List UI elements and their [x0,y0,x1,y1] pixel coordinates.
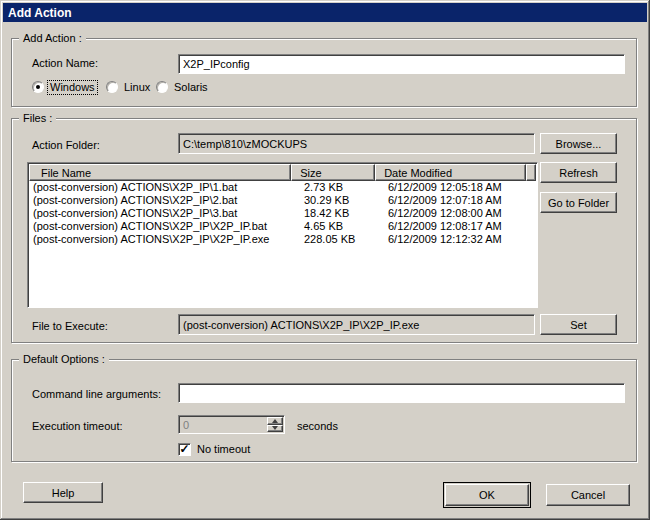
action-name-label: Action Name: [32,57,98,69]
cell-modified: 6/12/2009 12:08:00 AM [380,207,533,220]
radio-solaris[interactable]: Solaris [156,80,210,94]
radio-unselected-icon [106,81,118,93]
cell-size: 4.65 KB [295,220,380,233]
cell-modified: 6/12/2009 12:07:18 AM [380,194,533,207]
default-options-group-legend: Default Options : [19,353,109,365]
column-header-file-name[interactable]: File Name [29,164,291,181]
column-header-filler [526,164,536,181]
action-name-input[interactable]: X2P_IPconfig [178,54,625,74]
cell-size: 18.42 KB [295,207,380,220]
checkbox-checked-icon: ✓ [178,443,191,456]
up-arrow-icon [272,419,278,423]
cell-modified: 6/12/2009 12:08:17 AM [380,220,533,233]
add-action-dialog: Add Action Add Action : Action Name: X2P… [0,0,650,520]
set-button[interactable]: Set [540,314,617,335]
file-list[interactable]: File Name Size Date Modified (post-conve… [27,162,538,308]
file-to-execute-field: (post-conversion) ACTIONS\X2P_IP\X2P_IP.… [178,314,535,335]
no-timeout-checkbox[interactable]: ✓ No timeout [178,443,250,456]
cell-modified: 6/12/2009 12:05:18 AM [380,181,533,194]
cell-name: (post-conversion) ACTIONS\X2P_IP\2.bat [29,194,295,207]
cell-size: 228.05 KB [295,233,380,246]
radio-linux[interactable]: Linux [106,80,152,94]
cell-size: 30.29 KB [295,194,380,207]
column-header-size[interactable]: Size [291,164,375,181]
cell-name: (post-conversion) ACTIONS\X2P_IP\X2P_IP.… [29,233,295,246]
cell-name: (post-conversion) ACTIONS\X2P_IP\3.bat [29,207,295,220]
file-table-body: (post-conversion) ACTIONS\X2P_IP\1.bat2.… [29,181,536,246]
titlebar[interactable]: Add Action [3,3,647,22]
radio-unselected-icon [156,81,168,93]
command-line-arguments-input[interactable] [178,383,625,403]
table-row[interactable]: (post-conversion) ACTIONS\X2P_IP\1.bat2.… [29,181,536,194]
refresh-button[interactable]: Refresh [540,162,617,183]
window-title: Add Action [8,6,72,20]
cell-name: (post-conversion) ACTIONS\X2P_IP\1.bat [29,181,295,194]
spinner-buttons [267,417,283,432]
table-row[interactable]: (post-conversion) ACTIONS\X2P_IP\X2P_IP.… [29,220,536,233]
spinner-up-button[interactable] [267,417,283,425]
cell-modified: 6/12/2009 12:12:32 AM [380,233,533,246]
action-folder-field: C:\temp\810\zMOCKUPS [178,133,535,154]
radio-linux-label: Linux [122,81,152,94]
action-folder-value: C:\temp\810\zMOCKUPS [183,138,307,150]
action-name-value: X2P_IPconfig [183,58,250,70]
table-row[interactable]: (post-conversion) ACTIONS\X2P_IP\3.bat18… [29,207,536,220]
browse-button[interactable]: Browse... [540,133,617,154]
go-to-folder-button[interactable]: Go to Folder [540,192,617,213]
ok-button[interactable]: OK [445,484,529,506]
cell-size: 2.73 KB [295,181,380,194]
radio-solaris-label: Solaris [172,81,210,94]
file-to-execute-value: (post-conversion) ACTIONS\X2P_IP\X2P_IP.… [183,319,419,331]
radio-selected-icon [32,81,44,93]
execution-timeout-value: 0 [179,416,267,433]
execution-timeout-label: Execution timeout: [32,420,123,432]
seconds-label: seconds [297,420,338,432]
cancel-button[interactable]: Cancel [546,484,630,506]
radio-windows[interactable]: Windows [32,80,97,94]
no-timeout-label: No timeout [197,443,250,456]
help-button[interactable]: Help [23,482,103,503]
down-arrow-icon [272,426,278,430]
column-header-date-modified[interactable]: Date Modified [375,164,526,181]
files-group-legend: Files : [19,112,56,124]
table-row[interactable]: (post-conversion) ACTIONS\X2P_IP\X2P_IP.… [29,233,536,246]
cell-name: (post-conversion) ACTIONS\X2P_IP\X2P_IP.… [29,220,295,233]
command-line-arguments-label: Command line arguments: [32,388,161,400]
add-action-group-legend: Add Action : [19,32,86,44]
spinner-down-button[interactable] [267,425,283,433]
default-options-group [11,359,637,462]
action-folder-label: Action Folder: [32,139,100,151]
table-row[interactable]: (post-conversion) ACTIONS\X2P_IP\2.bat30… [29,194,536,207]
file-to-execute-label: File to Execute: [32,320,108,332]
file-list-header: File Name Size Date Modified [29,164,536,181]
radio-windows-label: Windows [48,81,97,94]
execution-timeout-spinner[interactable]: 0 [178,415,285,434]
